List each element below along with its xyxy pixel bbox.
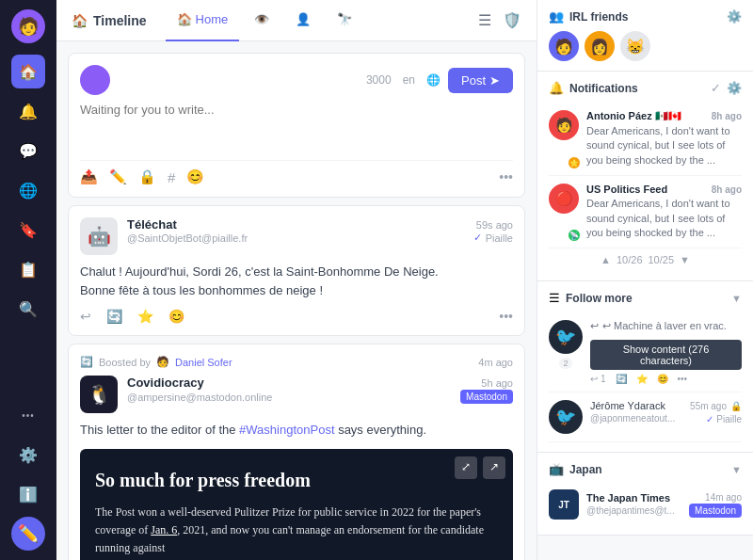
tab-home[interactable]: 🏠 Home: [166, 0, 240, 41]
telechat-handle: @SaintObjetBot@piaille.fr: [127, 232, 248, 244]
antonio-star-badge: ⭐: [568, 156, 581, 169]
share-icon[interactable]: ↗: [483, 456, 505, 479]
sidebar-item-info[interactable]: ℹ️: [11, 477, 45, 511]
follow-more-chevron[interactable]: ▼: [731, 293, 742, 304]
emoji-button[interactable]: 😊: [168, 309, 184, 324]
menu-icon[interactable]: ☰: [478, 11, 491, 29]
user-avatar[interactable]: 🧑: [11, 9, 45, 43]
sidebar-item-messages[interactable]: 💬: [11, 134, 45, 168]
boost-time: 4m ago: [478, 357, 513, 368]
antonio-avatar[interactable]: 🧑: [549, 110, 579, 140]
top-nav: 🏠 Timeline 🏠 Home 👁️ 👤 🔭 ☰ 🛡️: [56, 0, 537, 41]
chevron-up-icon[interactable]: ▲: [601, 254, 611, 265]
follow-item-content: ↩ ↩ Machine à laver en vrac. Show conten…: [590, 320, 742, 384]
irl-avatar-2[interactable]: 👩: [585, 31, 615, 61]
post-send-icon: ➤: [489, 73, 500, 88]
follow-reply-btn[interactable]: ↩ 1: [590, 374, 606, 384]
uspolitics-avatar[interactable]: 🔴: [549, 184, 579, 214]
uspolitics-name: US Politics Feed 8h ago: [586, 184, 742, 195]
japan-times-time: 14m ago: [705, 492, 742, 503]
reply-button[interactable]: ↩: [80, 309, 91, 324]
eye-icon: 👁️: [254, 12, 269, 26]
antonio-name: Antonio Páez 🇲🇽🇨🇦 8h ago: [586, 110, 742, 122]
sidebar-item-search[interactable]: 🔍: [11, 292, 45, 326]
compose-emoji-icon[interactable]: 😊: [186, 168, 204, 185]
compose-edit-icon[interactable]: ✏️: [109, 168, 127, 185]
compose-box: 3000 en 🌐 Post ➤ 📤 ✏️ 🔒 # 😊 •••: [68, 53, 525, 198]
follow-avatar-1[interactable]: 🐦: [549, 320, 583, 354]
irl-friends-title: IRL friends: [569, 10, 721, 24]
more-button[interactable]: •••: [499, 309, 513, 324]
compose-button[interactable]: ✏️: [11, 517, 45, 551]
irl-avatar-3[interactable]: 😸: [620, 31, 650, 61]
notifications-section: 🔔 Notifications ✓ ⚙️ 🧑 ⭐ Antonio Páez 🇲🇽…: [537, 72, 753, 281]
boost-prefix: Boosted by: [99, 357, 151, 368]
boost-by-name[interactable]: Daniel Sofer: [175, 357, 232, 368]
sidebar-item-settings[interactable]: ⚙️: [11, 438, 45, 472]
japan-title: Japan: [569, 463, 726, 476]
irl-friends-section: 👥 IRL friends ⚙️ 🧑 👩 😸: [537, 0, 753, 72]
follow-star-btn[interactable]: ⭐: [636, 374, 648, 384]
tab-mixed[interactable]: 👁️: [243, 0, 280, 41]
notif-settings-icon[interactable]: ⚙️: [727, 81, 742, 95]
telechat-avatar: 🤖: [80, 217, 118, 255]
jerome-handle: @japonmeneatout...: [590, 413, 675, 424]
washingtonpost-link[interactable]: #WashingtonPost: [239, 423, 334, 437]
compose-more-icon[interactable]: •••: [499, 169, 513, 184]
irl-avatar-1[interactable]: 🧑: [549, 31, 579, 61]
sidebar-item-home[interactable]: 🏠: [11, 55, 45, 88]
boost-header: 🔄 Boosted by 🧑 Daniel Sofer 4m ago: [80, 356, 513, 368]
repost-button[interactable]: 🔄: [106, 309, 122, 324]
compose-lock-icon[interactable]: 🔒: [138, 168, 156, 185]
tab-people[interactable]: 👤: [284, 0, 322, 41]
antonio-content: Antonio Páez 🇲🇽🇨🇦 8h ago Dear Americans,…: [586, 110, 742, 168]
expand-icon[interactable]: ⤢: [455, 456, 477, 479]
compose-textarea[interactable]: [80, 103, 513, 150]
japan-times-handle: @thejapantimes@t...: [586, 505, 675, 516]
uspolitics-badge: 📡: [568, 229, 581, 242]
like-button[interactable]: ⭐: [137, 309, 153, 324]
sidebar-item-bookmarks[interactable]: 🔖: [11, 213, 45, 247]
follow-item-1: 🐦 2 ↩ ↩ Machine à laver en vrac. Show co…: [549, 312, 742, 392]
irl-settings-icon[interactable]: ⚙️: [727, 9, 742, 24]
compose-globe-icon: 🌐: [426, 73, 441, 87]
image-icons: ⤢ ↗: [455, 456, 505, 479]
reply-icon: ↩: [590, 320, 599, 332]
sidebar-item-explore[interactable]: 🌐: [11, 173, 45, 207]
feed: 3000 en 🌐 Post ➤ 📤 ✏️ 🔒 # 😊 •••: [56, 41, 537, 560]
sidebar-item-lists[interactable]: 📋: [11, 252, 45, 286]
home-tab-label: Home: [196, 12, 229, 26]
shield-icon[interactable]: 🛡️: [503, 11, 521, 29]
follow-avatar-2[interactable]: 🐦: [549, 400, 583, 434]
post-header: 🤖 Téléchat 59s ago @SaintObjetBot@piaill…: [80, 217, 513, 255]
japan-times-content: The Japan Times 14m ago @thejapantimes@t…: [586, 492, 742, 518]
irl-avatars: 🧑 👩 😸: [549, 31, 742, 61]
compose-hashtag-icon[interactable]: #: [168, 169, 175, 185]
post-meta: Téléchat 59s ago @SaintObjetBot@piaille.…: [127, 217, 513, 244]
boost-avatar-icon: 🧑: [156, 356, 169, 368]
follow-emoji-btn[interactable]: 😊: [657, 374, 668, 384]
covidiocracy-time: 5h ago: [481, 377, 513, 389]
home-tab-icon: 🏠: [177, 12, 192, 26]
follow-repost-btn[interactable]: 🔄: [616, 374, 627, 384]
compose-lang: en: [403, 73, 415, 87]
sidebar-item-more[interactable]: •••: [11, 398, 45, 432]
post-button[interactable]: Post ➤: [448, 68, 513, 93]
japan-times-avatar[interactable]: JT: [549, 489, 579, 520]
jerome-badge: ✓ Piaille: [706, 411, 742, 425]
sidebar-item-notifications[interactable]: 🔔: [11, 94, 45, 128]
jan6-link[interactable]: Jan. 6: [151, 523, 177, 536]
irl-friends-icon: 👥: [549, 9, 564, 24]
compose-upload-icon[interactable]: 📤: [80, 168, 98, 185]
notifications-title: Notifications: [569, 82, 705, 95]
irl-friends-header: 👥 IRL friends ⚙️: [549, 9, 742, 24]
follow-more-btn[interactable]: •••: [678, 374, 688, 384]
tab-explore[interactable]: 🔭: [326, 0, 363, 41]
covidiocracy-name: Covidiocracy: [127, 376, 204, 390]
japan-chevron[interactable]: ▼: [731, 464, 742, 475]
post-covidiocracy: 🔄 Boosted by 🧑 Daniel Sofer 4m ago 🐧 Cov…: [68, 344, 525, 560]
notif-check-icon[interactable]: ✓: [711, 81, 721, 95]
show-content-button[interactable]: Show content (276 characters): [590, 340, 742, 370]
chevron-down-icon[interactable]: ▼: [680, 254, 690, 265]
japan-item-1: JT The Japan Times 14m ago @thejapantime…: [549, 484, 742, 525]
